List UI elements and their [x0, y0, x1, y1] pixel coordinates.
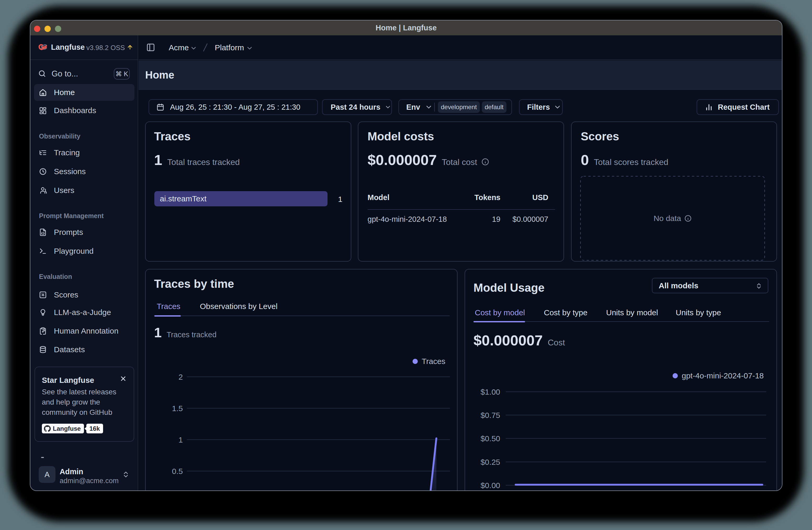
svg-text:$0.00: $0.00: [481, 481, 500, 490]
svg-text:$0.25: $0.25: [481, 458, 500, 466]
svg-text:1.5: 1.5: [172, 404, 183, 413]
svg-text:0.5: 0.5: [172, 467, 183, 476]
svg-text:$0.50: $0.50: [481, 434, 500, 443]
svg-text:2: 2: [178, 373, 183, 381]
svg-text:1: 1: [178, 435, 183, 444]
svg-text:$0.75: $0.75: [481, 411, 500, 419]
svg-text:$1.00: $1.00: [481, 388, 500, 396]
